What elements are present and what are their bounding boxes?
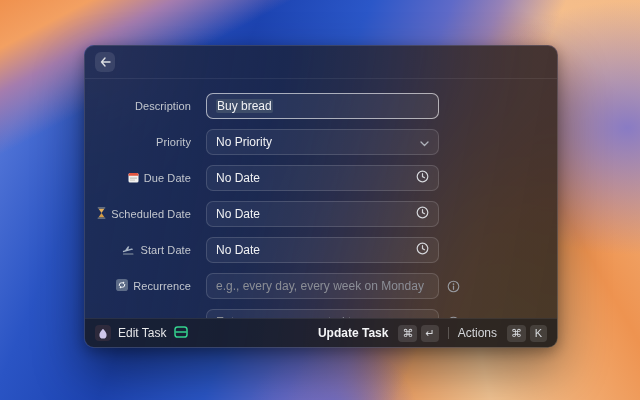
form-row-description: Description Buy bread <box>85 88 557 124</box>
priority-dropdown[interactable]: No Priority <box>206 129 439 155</box>
description-label: Description <box>135 100 191 112</box>
scheduled-date-value: No Date <box>216 207 260 221</box>
update-task-button[interactable]: Update Task <box>318 326 388 340</box>
start-date-value: No Date <box>216 243 260 257</box>
back-button[interactable] <box>95 52 115 72</box>
command-name: Edit Task <box>118 326 166 340</box>
form-content: Description Buy bread Priority No Priori… <box>85 80 557 318</box>
cmd-key[interactable]: ⌘ <box>398 325 417 342</box>
recurrence-placeholder: e.g., every day, every week on Monday <box>216 279 424 293</box>
calendar-icon <box>128 169 139 187</box>
recurrence-label: Recurrence <box>133 280 191 292</box>
arrow-left-icon <box>100 53 111 71</box>
k-key[interactable]: K <box>530 325 547 342</box>
due-date-picker[interactable]: No Date <box>206 165 439 191</box>
start-date-label: Start Date <box>140 244 191 256</box>
extension-icon <box>95 325 111 341</box>
priority-value: No Priority <box>216 135 272 149</box>
due-date-value: No Date <box>216 171 260 185</box>
form-row-tags: Tags Enter comma-separated tags <box>85 304 557 318</box>
hourglass-icon <box>97 205 106 223</box>
scheduled-date-label: Scheduled Date <box>111 208 191 220</box>
recurrence-info-icon[interactable] <box>447 280 460 293</box>
form-row-scheduled-date: Scheduled Date No Date <box>85 196 557 232</box>
tags-input[interactable]: Enter comma-separated tags <box>206 309 439 318</box>
form-row-due-date: Due Date No Date <box>85 160 557 196</box>
shortcut-divider <box>448 327 449 339</box>
clock-icon[interactable] <box>416 205 429 223</box>
form-row-recurrence: Recurrence e.g., every day, every week o… <box>85 268 557 304</box>
form-row-start-date: Start Date No Date <box>85 232 557 268</box>
plane-departure-icon <box>122 241 135 259</box>
edit-task-window: Description Buy bread Priority No Priori… <box>84 45 558 348</box>
window-header <box>85 46 557 79</box>
clock-icon[interactable] <box>416 169 429 187</box>
action-bar: Edit Task Update Task ⌘ ↵ Actions ⌘ K <box>85 318 557 347</box>
actions-button[interactable]: Actions <box>458 326 497 340</box>
recurrence-input[interactable]: e.g., every day, every week on Monday <box>206 273 439 299</box>
due-date-label: Due Date <box>144 172 191 184</box>
priority-label: Priority <box>156 136 191 148</box>
scheduled-date-picker[interactable]: No Date <box>206 201 439 227</box>
form-row-priority: Priority No Priority <box>85 124 557 160</box>
cmd-key[interactable]: ⌘ <box>507 325 526 342</box>
repeat-icon <box>116 277 128 295</box>
return-key[interactable]: ↵ <box>421 325 438 342</box>
start-date-picker[interactable]: No Date <box>206 237 439 263</box>
clock-icon[interactable] <box>416 241 429 259</box>
chevron-down-icon <box>420 133 429 151</box>
description-value: Buy bread <box>216 99 273 113</box>
description-input[interactable]: Buy bread <box>206 93 439 119</box>
cached-form-icon <box>174 324 188 342</box>
